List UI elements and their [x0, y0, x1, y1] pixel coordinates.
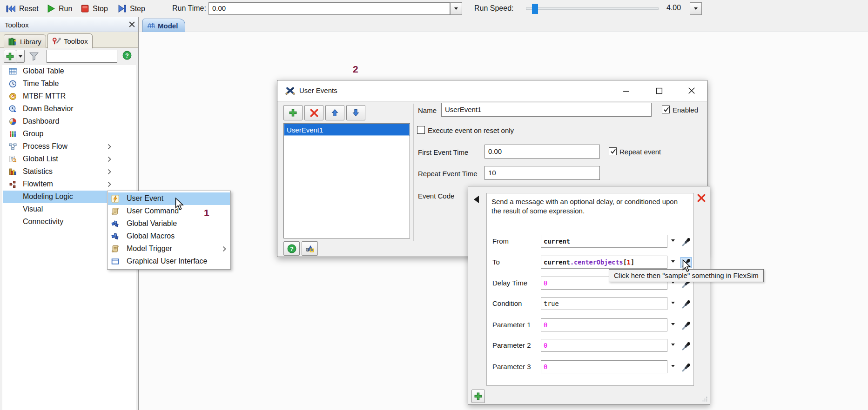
menu-item-global-variable[interactable]: Global Variable	[108, 218, 230, 230]
tab-library[interactable]: Library	[4, 34, 46, 48]
toolbox-item-global-list[interactable]: Global List	[3, 153, 118, 165]
code-token: 1	[627, 258, 631, 266]
stop-icon	[81, 4, 89, 13]
help-icon[interactable]: ?	[122, 51, 132, 60]
downclock-icon	[9, 105, 17, 113]
minimize-button[interactable]	[618, 83, 634, 98]
tab-model[interactable]: Model	[142, 19, 185, 32]
run-button[interactable]: Run	[44, 2, 74, 15]
toolbox-item-flowitem[interactable]: FlowItem	[3, 178, 118, 191]
toolbox-item-modeling-logic[interactable]: Modeling Logic	[3, 191, 118, 203]
parameter-1-input[interactable]: 0	[541, 318, 667, 331]
run-time-input[interactable]: 0.00	[209, 2, 450, 15]
to-label: To	[492, 258, 500, 266]
properties-button[interactable]	[302, 241, 318, 256]
delay-time-label: Delay Time	[492, 279, 527, 287]
move-down-button[interactable]	[346, 105, 365, 120]
parameter-2-dropdown-button[interactable]	[671, 344, 675, 346]
close-code-panel-button[interactable]	[697, 193, 706, 203]
dashboard-icon	[9, 118, 17, 126]
toolbox-item-label: FlowItem	[23, 180, 53, 188]
from-dropdown-button[interactable]	[671, 239, 675, 242]
toolbox-item-process-flow[interactable]: Process Flow	[3, 140, 118, 153]
add-tool-button[interactable]	[4, 50, 16, 63]
chevron-right-icon	[108, 169, 111, 175]
parameter-2-sampler-button[interactable]	[680, 340, 692, 351]
dialog-titlebar[interactable]: User Events	[277, 80, 707, 102]
chevron-right-icon	[222, 246, 226, 252]
check-icon	[663, 106, 670, 113]
condition-sampler-button[interactable]	[680, 298, 692, 310]
condition-dropdown-button[interactable]	[671, 302, 675, 304]
run-speed-slider[interactable]	[526, 7, 659, 10]
event-code-panel: Send a message with an optional delay, o…	[468, 186, 710, 405]
first-event-time-input[interactable]: 0.00	[484, 145, 600, 159]
run-speed-dropdown-button[interactable]	[690, 2, 702, 15]
enabled-checkbox[interactable]	[662, 106, 670, 113]
toolbox-item-statistics[interactable]: Statistics	[3, 165, 118, 178]
menu-item-user-event[interactable]: User Event	[108, 192, 230, 205]
toolbox-search-input[interactable]	[47, 50, 117, 63]
code-token: ]	[631, 258, 634, 266]
close-button[interactable]	[684, 83, 700, 98]
menu-item-label: Graphical User Interface	[127, 257, 207, 265]
tools-icon	[52, 37, 61, 45]
resize-grip[interactable]	[701, 396, 708, 403]
execute-on-reset-checkbox[interactable]	[417, 126, 425, 134]
add-activity-button[interactable]	[471, 390, 485, 403]
filter-icon[interactable]	[29, 52, 39, 61]
code-row-parameter-3: Parameter 30	[487, 360, 693, 374]
repeat-event-time-input[interactable]: 10	[484, 166, 600, 180]
activity-description: Send a message with an optional delay, o…	[491, 197, 685, 216]
maximize-button[interactable]	[651, 83, 667, 98]
move-up-button[interactable]	[325, 105, 344, 120]
parameter-3-sampler-button[interactable]	[680, 362, 692, 373]
repeat-event-checkbox[interactable]	[609, 147, 617, 155]
menu-item-global-macros[interactable]: Global Macros	[108, 230, 230, 243]
event-code-label: Event Code	[418, 192, 454, 200]
run-speed-slider-handle[interactable]	[532, 4, 538, 14]
collapse-arrow-icon[interactable]	[474, 196, 479, 203]
parameter-1-dropdown-button[interactable]	[671, 323, 675, 325]
toolbox-item-mtbf-mttr[interactable]: MTBF MTTR	[3, 90, 118, 103]
toolbox-item-connectivity[interactable]: Connectivity	[3, 216, 118, 228]
modeling-logic-submenu: User EventUser CommandGlobal VariableGlo…	[107, 191, 231, 270]
code-row-condition: Conditiontrue	[487, 297, 693, 311]
user-events-list[interactable]: UserEvent1	[283, 123, 410, 238]
to-dropdown-button[interactable]	[671, 260, 675, 263]
toolbox-item-dashboard[interactable]: Dashboard	[3, 115, 118, 128]
code-row-from: Fromcurrent	[487, 235, 693, 249]
user-events-icon	[285, 86, 296, 96]
toolbox-header: Toolbox	[0, 17, 138, 32]
help-button[interactable]: ?	[283, 241, 300, 256]
add-event-button[interactable]	[283, 105, 303, 120]
scroll-icon	[111, 207, 119, 215]
from-sampler-button[interactable]	[680, 236, 692, 247]
to-input[interactable]: current.centerObjects[1]	[541, 256, 667, 269]
delete-event-button[interactable]	[304, 105, 323, 120]
toolbox-item-time-table[interactable]: Time Table	[3, 78, 118, 90]
reset-button[interactable]: Reset	[4, 2, 41, 15]
list-item-userevent1[interactable]: UserEvent1	[284, 124, 410, 136]
toolbox-item-visual[interactable]: Visual	[3, 203, 118, 216]
parameter-3-input[interactable]: 0	[541, 360, 667, 373]
name-input[interactable]: UserEvent1	[441, 103, 652, 117]
parameter-1-sampler-button[interactable]	[680, 320, 692, 331]
menu-item-model-trigger[interactable]: Model Trigger	[108, 243, 230, 255]
menu-item-graphical-user-interface[interactable]: Graphical User Interface	[108, 255, 230, 268]
menu-item-user-command[interactable]: User Command	[108, 205, 230, 218]
condition-input[interactable]: true	[541, 297, 667, 310]
tab-toolbox[interactable]: Toolbox	[47, 33, 93, 48]
step-button[interactable]: Step	[115, 2, 148, 15]
add-tool-dropdown-button[interactable]	[16, 50, 25, 63]
toolbox-item-global-table[interactable]: Global Table	[3, 65, 118, 78]
parameter-3-dropdown-button[interactable]	[671, 365, 675, 367]
run-time-dropdown-button[interactable]	[450, 2, 462, 15]
stop-button[interactable]: Stop	[78, 2, 110, 15]
close-icon[interactable]	[128, 21, 136, 28]
parameter-2-input[interactable]: 0	[541, 339, 667, 352]
plus-icon	[474, 392, 483, 401]
toolbox-item-group[interactable]: Group	[3, 128, 118, 140]
toolbox-item-down-behavior[interactable]: Down Behavior	[3, 103, 118, 115]
from-input[interactable]: current	[541, 235, 667, 248]
